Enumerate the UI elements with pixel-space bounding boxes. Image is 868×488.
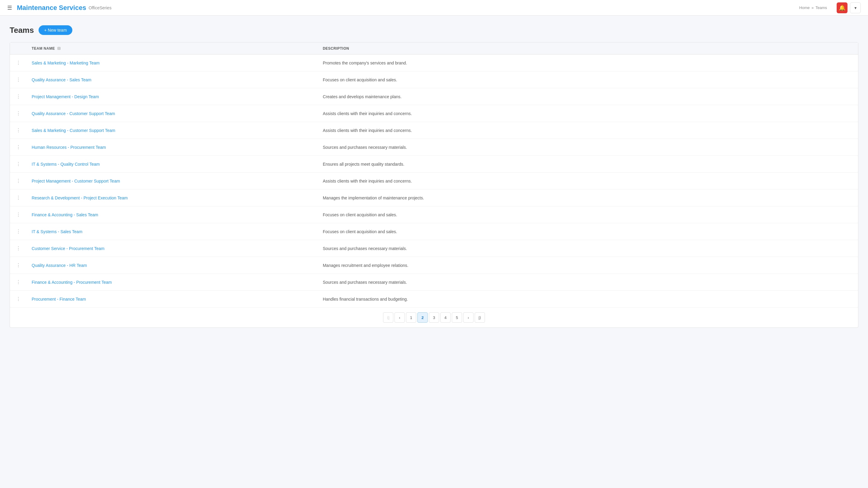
team-name-cell: IT & Systems - Quality Control Team — [27, 156, 318, 173]
team-description-text: Handles financial transactions and budge… — [323, 297, 408, 301]
team-description-text: Promotes the company's services and bran… — [323, 61, 407, 65]
table-row: ⋮Customer Service - Procurement TeamSour… — [10, 240, 858, 257]
team-name-cell: Customer Service - Procurement Team — [27, 240, 318, 257]
team-name-link[interactable]: Procurement - Finance Team — [32, 297, 86, 301]
row-menu-button[interactable]: ⋮ — [15, 261, 22, 269]
hamburger-icon[interactable]: ☰ — [7, 4, 12, 11]
row-menu-button[interactable]: ⋮ — [15, 210, 22, 219]
team-name-cell: Human Resources - Procurement Team — [27, 139, 318, 156]
team-description-text: Assists clients with their inquiries and… — [323, 178, 412, 184]
teams-table-container: TEAM NAME ⊟ DESCRIPTION ⋮Sales & Marketi… — [10, 42, 858, 328]
pagination-prev[interactable]: ‹ — [395, 313, 405, 323]
team-name-link[interactable]: Quality Assurance - HR Team — [32, 263, 87, 268]
row-menu-cell: ⋮ — [10, 223, 27, 240]
team-name-link[interactable]: Sales & Marketing - Customer Support Tea… — [32, 128, 116, 133]
breadcrumb-separator: » — [811, 5, 813, 10]
pagination-next[interactable]: › — [463, 313, 473, 323]
team-description-cell: Handles financial transactions and budge… — [318, 291, 858, 307]
team-description-cell: Sources and purchases necessary material… — [318, 240, 858, 257]
navbar-actions: 🔔 ▾ — [837, 2, 861, 13]
table-row: ⋮Finance & Accounting - Sales TeamFocuse… — [10, 206, 858, 223]
row-menu-cell: ⋮ — [10, 139, 27, 156]
user-dropdown-button[interactable]: ▾ — [850, 2, 861, 13]
notification-icon: 🔔 — [839, 4, 845, 11]
team-name-link[interactable]: Human Resources - Procurement Team — [32, 145, 106, 150]
team-name-cell: IT & Systems - Sales Team — [27, 223, 318, 240]
team-description-text: Manages the implementation of maintenanc… — [323, 195, 424, 200]
team-description-cell: Manages the implementation of maintenanc… — [318, 190, 858, 206]
col-header-description: DESCRIPTION — [318, 42, 858, 55]
notification-button[interactable]: 🔔 — [837, 2, 847, 13]
row-menu-button[interactable]: ⋮ — [15, 177, 22, 185]
pagination-page-2[interactable]: 2 — [417, 313, 428, 323]
team-name-cell: Research & Development - Project Executi… — [27, 190, 318, 206]
breadcrumb-home[interactable]: Home — [799, 5, 810, 10]
table-row: ⋮Finance & Accounting - Procurement Team… — [10, 274, 858, 291]
row-menu-button[interactable]: ⋮ — [15, 143, 22, 151]
page-title: Teams — [10, 26, 34, 35]
dropdown-icon: ▾ — [855, 5, 857, 10]
team-description-cell: Sources and purchases necessary material… — [318, 139, 858, 156]
team-name-link[interactable]: Project Management - Design Team — [32, 94, 99, 99]
team-name-cell: Finance & Accounting - Sales Team — [27, 206, 318, 223]
row-menu-cell: ⋮ — [10, 206, 27, 223]
team-description-text: Focuses on client acquisition and sales. — [323, 213, 397, 217]
row-menu-cell: ⋮ — [10, 173, 27, 190]
table-body: ⋮Sales & Marketing - Marketing TeamPromo… — [10, 55, 858, 307]
table-row: ⋮Sales & Marketing - Marketing TeamPromo… — [10, 55, 858, 71]
team-name-link[interactable]: Sales & Marketing - Marketing Team — [32, 61, 99, 65]
team-description-text: Creates and develops maintenance plans. — [323, 94, 402, 99]
team-name-link[interactable]: IT & Systems - Quality Control Team — [32, 162, 100, 167]
row-menu-button[interactable]: ⋮ — [15, 109, 22, 118]
team-name-link[interactable]: Project Management - Customer Support Te… — [32, 178, 120, 184]
team-name-link[interactable]: Customer Service - Procurement Team — [32, 246, 104, 251]
table-row: ⋮Procurement - Finance TeamHandles finan… — [10, 291, 858, 307]
row-menu-cell: ⋮ — [10, 71, 27, 88]
row-menu-button[interactable]: ⋮ — [15, 227, 22, 235]
col-header-team-name: TEAM NAME ⊟ — [27, 42, 318, 55]
team-name-cell: Sales & Marketing - Customer Support Tea… — [27, 122, 318, 139]
team-description-cell: Focuses on client acquisition and sales. — [318, 223, 858, 240]
row-menu-cell: ⋮ — [10, 274, 27, 291]
table-row: ⋮Research & Development - Project Execut… — [10, 190, 858, 206]
pagination-last[interactable]: |⟩ — [475, 313, 485, 323]
filter-icon[interactable]: ⊟ — [57, 46, 61, 51]
team-name-link[interactable]: Finance & Accounting - Procurement Team — [32, 280, 112, 285]
row-menu-button[interactable]: ⋮ — [15, 59, 22, 67]
row-menu-button[interactable]: ⋮ — [15, 160, 22, 168]
team-name-cell: Procurement - Finance Team — [27, 291, 318, 307]
row-menu-cell: ⋮ — [10, 105, 27, 122]
breadcrumb-current: Teams — [815, 5, 827, 10]
team-description-text: Manages recruitment and employee relatio… — [323, 263, 408, 268]
new-team-button[interactable]: + New team — [38, 25, 72, 35]
pagination-page-1[interactable]: 1 — [406, 313, 416, 323]
team-name-link[interactable]: IT & Systems - Sales Team — [32, 229, 82, 234]
pagination-page-4[interactable]: 4 — [440, 313, 451, 323]
team-name-link[interactable]: Finance & Accounting - Sales Team — [32, 213, 98, 217]
team-description-text: Sources and purchases necessary material… — [323, 145, 407, 150]
team-name-cell: Quality Assurance - Customer Support Tea… — [27, 105, 318, 122]
pagination-page-5[interactable]: 5 — [452, 313, 462, 323]
row-menu-button[interactable]: ⋮ — [15, 93, 22, 101]
team-description-cell: Ensures all projects meet quality standa… — [318, 156, 858, 173]
row-menu-cell: ⋮ — [10, 55, 27, 71]
team-description-cell: Manages recruitment and employee relatio… — [318, 257, 858, 274]
row-menu-button[interactable]: ⋮ — [15, 278, 22, 286]
row-menu-button[interactable]: ⋮ — [15, 244, 22, 253]
team-name-link[interactable]: Quality Assurance - Customer Support Tea… — [32, 111, 115, 116]
row-menu-button[interactable]: ⋮ — [15, 126, 22, 134]
team-description-cell: Assists clients with their inquiries and… — [318, 105, 858, 122]
row-menu-button[interactable]: ⋮ — [15, 295, 22, 303]
team-name-cell: Project Management - Design Team — [27, 88, 318, 105]
pagination-first[interactable]: ⟨| — [383, 313, 393, 323]
team-name-link[interactable]: Quality Assurance - Sales Team — [32, 77, 91, 82]
team-description-cell: Creates and develops maintenance plans. — [318, 88, 858, 105]
team-name-link[interactable]: Research & Development - Project Executi… — [32, 195, 128, 200]
table-row: ⋮Quality Assurance - Sales TeamFocuses o… — [10, 71, 858, 88]
row-menu-button[interactable]: ⋮ — [15, 76, 22, 84]
row-menu-cell: ⋮ — [10, 190, 27, 206]
table-row: ⋮Sales & Marketing - Customer Support Te… — [10, 122, 858, 139]
team-description-cell: Sources and purchases necessary material… — [318, 274, 858, 291]
pagination-page-3[interactable]: 3 — [429, 313, 439, 323]
row-menu-button[interactable]: ⋮ — [15, 194, 22, 202]
